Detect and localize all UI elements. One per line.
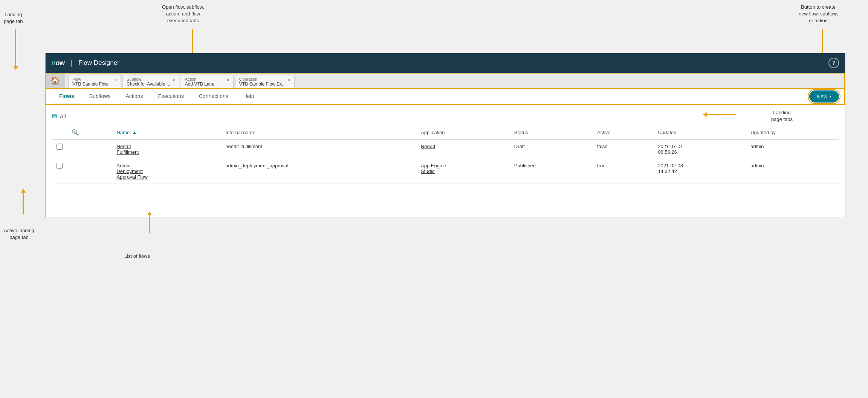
col-status: Status (510, 126, 593, 139)
row2-name: AdminDeploymentApproval Flow (112, 159, 221, 184)
col-search-icon: 🔍 (67, 126, 112, 139)
row1-status: Draft (510, 139, 593, 159)
ann-arrow-active-tab (23, 192, 24, 214)
filter-row: ⛃ All (52, 111, 839, 121)
open-tab-2[interactable]: Action Add VTB Lane × (181, 75, 234, 88)
row1-checkbox[interactable] (57, 144, 63, 150)
row1-application: NeedIt (416, 139, 510, 159)
tab-flows[interactable]: Flows (52, 89, 82, 105)
tab-executions[interactable]: Executions (150, 89, 191, 105)
row1-updated: 2021-07-0106:56:26 (653, 139, 746, 159)
row2-status: Published (510, 159, 593, 184)
nav-tabs: Flows Subflows Actions Executions Connec… (46, 89, 845, 105)
tab-close-2[interactable]: × (227, 78, 229, 83)
row1-internal-name: needit_fulfillment (221, 139, 416, 159)
ann-list-of-flows: List of flows (124, 253, 150, 260)
ann-arrow-landing-tab (15, 29, 16, 67)
tab-actions[interactable]: Actions (118, 89, 150, 105)
tab-name-3: VTB Sample Flow Ex... (239, 81, 286, 87)
row2-checkbox[interactable] (57, 163, 63, 169)
filter-icon: ⛃ (52, 113, 57, 120)
row1-name-link[interactable]: NeedItFulfillment (116, 144, 139, 155)
tab-close-0[interactable]: × (114, 78, 117, 83)
row2-internal-name: admin_deployment_approval (221, 159, 416, 184)
tab-type-0: Flow (72, 77, 108, 81)
ann-landing-page-tab: Landing page tab (4, 11, 23, 25)
col-checkbox (52, 126, 67, 139)
app-header: now | Flow Designer ? (46, 53, 845, 73)
main-content: ⛃ All 🔍 Name Internal name (46, 105, 845, 218)
row1-icon-cell (67, 139, 112, 159)
open-tab-1[interactable]: Subflow Check for Available ... × (122, 75, 179, 88)
row1-checkbox-cell (52, 139, 67, 159)
open-tab-3[interactable]: Operation VTB Sample Flow Ex... × (235, 75, 295, 88)
tab-name-1: Check for Available ... (127, 81, 170, 87)
ann-button-create: Button to create new flow, subflow, or a… (799, 4, 838, 24)
tab-bar: 🏠 Flow VTB Sample Flow × Subflow Check f… (46, 73, 845, 89)
now-logo: now (52, 59, 65, 67)
row2-name-link[interactable]: AdminDeploymentApproval Flow (116, 163, 147, 180)
col-active: Active (593, 126, 653, 139)
ann-landing-page-tabs: Landing page tabs (771, 109, 793, 123)
app-container: now | Flow Designer ? 🏠 Flow VTB Sample … (45, 53, 845, 218)
row1-updated-by: admin (746, 139, 839, 159)
open-tab-0[interactable]: Flow VTB Sample Flow × (68, 75, 121, 88)
col-updated-by: Updated by (746, 126, 839, 139)
tab-name-2: Add VTB Lane (185, 81, 214, 87)
table-header-row: 🔍 Name Internal name Application Status … (52, 126, 839, 139)
row1-active: false (593, 139, 653, 159)
tab-type-3: Operation (239, 77, 286, 81)
row2-application-link[interactable]: App EngineStudio (421, 163, 446, 174)
header-left: now | Flow Designer (52, 59, 119, 67)
col-application: Application (416, 126, 510, 139)
help-button[interactable]: ? (828, 58, 839, 68)
nav-tabs-left: Flows Subflows Actions Executions Connec… (52, 89, 262, 104)
new-button[interactable]: New ▾ (809, 90, 839, 103)
col-name: Name (112, 126, 221, 139)
header-divider: | (71, 59, 73, 67)
row2-application: App EngineStudio (416, 159, 510, 184)
row2-updated-by: admin (746, 159, 839, 184)
new-button-dropdown-arrow: ▾ (830, 94, 831, 98)
tab-close-1[interactable]: × (173, 78, 175, 83)
col-updated: Updated (653, 126, 746, 139)
tab-subflows[interactable]: Subflows (82, 89, 118, 105)
tab-help[interactable]: Help (236, 89, 262, 105)
flows-table: 🔍 Name Internal name Application Status … (52, 126, 839, 184)
row1-application-link[interactable]: NeedIt (421, 144, 435, 149)
search-icon[interactable]: 🔍 (72, 129, 79, 136)
ann-open-tabs: Open flow, subflow, action, and flow exe… (162, 4, 204, 24)
home-tab[interactable]: 🏠 (46, 73, 65, 88)
tab-connections[interactable]: Connections (191, 89, 236, 105)
col-internal-name: Internal name (221, 126, 416, 139)
row2-active: true (593, 159, 653, 184)
logo-n: n (52, 59, 56, 67)
ann-active-landing-tab: Active landing page tab (4, 227, 34, 241)
ann-arrow-landing-tabs (706, 114, 736, 115)
ann-arrow-list-flows (149, 214, 150, 233)
header-title: Flow Designer (78, 59, 119, 67)
row2-checkbox-cell (52, 159, 67, 184)
row2-icon-cell (67, 159, 112, 184)
tab-type-2: Action (185, 77, 214, 81)
table-row: AdminDeploymentApproval Flow admin_deplo… (52, 159, 839, 184)
row1-name: NeedItFulfillment (112, 139, 221, 159)
tab-close-3[interactable]: × (288, 78, 290, 83)
filter-label: All (60, 113, 66, 119)
tab-name-0: VTB Sample Flow (72, 81, 108, 87)
table-row: NeedItFulfillment needit_fulfillment Nee… (52, 139, 839, 159)
tab-type-1: Subflow (127, 77, 170, 81)
row2-updated: 2021-02-0814:32:42 (653, 159, 746, 184)
sort-arrow-name (133, 132, 136, 134)
open-tabs-container: Flow VTB Sample Flow × Subflow Check for… (65, 73, 845, 88)
